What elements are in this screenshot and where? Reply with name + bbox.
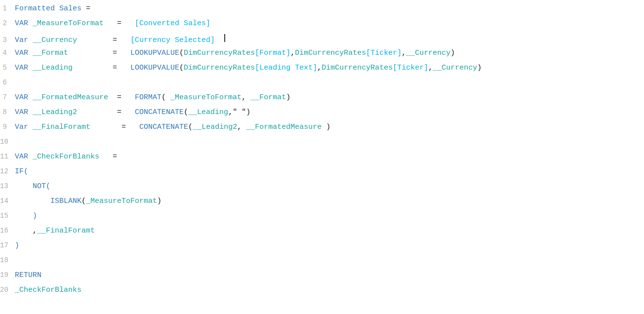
line-content[interactable]: Var __Currency = [Currency Selected] bbox=[15, 34, 644, 44]
line-number: 11 bbox=[0, 153, 15, 160]
code-line: 6 bbox=[0, 78, 644, 93]
line-content[interactable]: ) bbox=[15, 212, 644, 220]
code-line: 12IF( bbox=[0, 167, 644, 182]
line-number: 9 bbox=[0, 123, 15, 131]
line-number: 1 bbox=[0, 4, 15, 12]
code-line: 5VAR __Leading = LOOKUPVALUE(DimCurrency… bbox=[0, 63, 644, 78]
code-line: 13 NOT( bbox=[0, 182, 644, 196]
line-content[interactable]: _CheckForBlanks bbox=[15, 286, 644, 294]
line-content[interactable]: ) bbox=[15, 241, 644, 250]
line-content[interactable]: VAR __Leading = LOOKUPVALUE(DimCurrencyR… bbox=[15, 64, 644, 72]
line-content[interactable]: VAR _MeasureToFormat = [Converted Sales] bbox=[15, 19, 644, 28]
code-line: 16 ,__FinalForamt bbox=[0, 226, 644, 241]
line-number: 6 bbox=[0, 78, 15, 86]
line-content[interactable]: IF( bbox=[15, 167, 644, 176]
line-number: 13 bbox=[0, 182, 15, 190]
code-line: 17) bbox=[0, 241, 644, 256]
line-number: 5 bbox=[0, 64, 15, 72]
line-content[interactable]: VAR __Format = LOOKUPVALUE(DimCurrencyRa… bbox=[15, 49, 644, 57]
line-content[interactable]: ,__FinalForamt bbox=[15, 227, 644, 235]
code-line: 11VAR _CheckForBlanks = bbox=[0, 152, 644, 167]
code-editor: 1Formatted Sales =2VAR _MeasureToFormat … bbox=[0, 0, 644, 314]
line-content[interactable]: RETURN bbox=[15, 271, 644, 279]
line-number: 17 bbox=[0, 241, 15, 249]
code-line: 19RETURN bbox=[0, 271, 644, 285]
code-line: 8VAR __Leading2 = CONCATENATE(__Leading,… bbox=[0, 108, 644, 122]
line-number: 2 bbox=[0, 19, 15, 27]
code-line: 2VAR _MeasureToFormat = [Converted Sales… bbox=[0, 19, 644, 34]
line-number: 12 bbox=[0, 167, 15, 175]
line-number: 4 bbox=[0, 49, 15, 57]
line-content[interactable]: VAR _CheckForBlanks = bbox=[15, 153, 644, 161]
line-number: 20 bbox=[0, 286, 15, 294]
line-number: 10 bbox=[0, 138, 15, 146]
code-line: 18 bbox=[0, 256, 644, 271]
code-line: 10 bbox=[0, 137, 644, 152]
line-number: 19 bbox=[0, 271, 15, 279]
line-number: 16 bbox=[0, 227, 15, 235]
line-number: 18 bbox=[0, 256, 15, 264]
line-number: 14 bbox=[0, 197, 15, 205]
code-line: 3Var __Currency = [Currency Selected] bbox=[0, 34, 644, 48]
line-number: 3 bbox=[0, 36, 15, 44]
code-line: 1Formatted Sales = bbox=[0, 4, 644, 19]
code-line: 14 ISBLANK(_MeasureToFormat) bbox=[0, 196, 644, 211]
line-number: 8 bbox=[0, 108, 15, 116]
line-content[interactable]: ISBLANK(_MeasureToFormat) bbox=[15, 197, 644, 205]
line-number: 15 bbox=[0, 212, 15, 220]
line-content[interactable]: Formatted Sales = bbox=[15, 4, 644, 13]
line-content[interactable]: VAR __Leading2 = CONCATENATE(__Leading,"… bbox=[15, 108, 644, 117]
code-line: 4VAR __Format = LOOKUPVALUE(DimCurrencyR… bbox=[0, 48, 644, 63]
line-content[interactable]: Var __FinalForamt = CONCATENATE(__Leadin… bbox=[15, 123, 644, 131]
code-line: 7VAR __FormatedMeasure = FORMAT( _Measur… bbox=[0, 93, 644, 108]
code-line: 15 ) bbox=[0, 211, 644, 226]
line-content[interactable]: VAR __FormatedMeasure = FORMAT( _Measure… bbox=[15, 93, 644, 102]
text-cursor bbox=[224, 34, 225, 42]
line-number: 7 bbox=[0, 93, 15, 101]
code-line: 9Var __FinalForamt = CONCATENATE(__Leadi… bbox=[0, 122, 644, 137]
line-content[interactable]: NOT( bbox=[15, 182, 644, 191]
code-line: 20_CheckForBlanks bbox=[0, 285, 644, 300]
